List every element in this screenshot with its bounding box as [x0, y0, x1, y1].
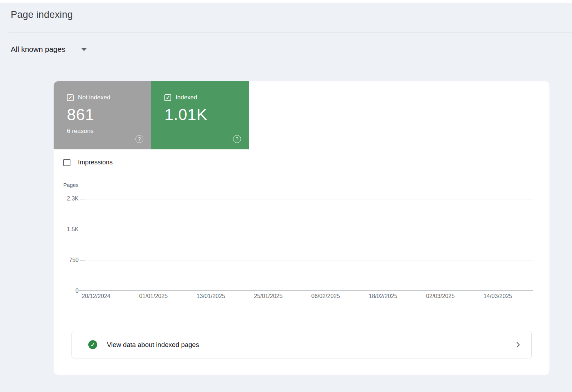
indexed-checkbox-icon[interactable]: ✓: [164, 94, 171, 101]
chart-x-labels: 20/12/202401/01/202513/01/202525/01/2025…: [94, 293, 524, 301]
top-strip: [0, 0, 572, 3]
indexing-chart: [86, 199, 533, 291]
x-axis-label: 13/01/2025: [197, 293, 225, 299]
x-axis-label: 20/12/2024: [82, 293, 110, 299]
chevron-down-icon: [81, 48, 87, 51]
indexed-tile[interactable]: ✓ Indexed 1.01K ?: [151, 81, 249, 149]
check-circle-icon: ✓: [88, 340, 97, 349]
header-divider: [9, 32, 572, 33]
not-indexed-reasons: 6 reasons: [67, 128, 151, 135]
impressions-label: Impressions: [78, 159, 113, 166]
x-axis-label: 02/03/2025: [426, 293, 455, 299]
not-indexed-tile[interactable]: ✓ Not indexed 861 6 reasons ?: [54, 81, 151, 149]
chevron-right-icon[interactable]: [514, 341, 522, 349]
not-indexed-tile-header: ✓ Not indexed: [67, 94, 151, 101]
scope-dropdown-label: All known pages: [11, 45, 65, 54]
x-axis-label: 14/03/2025: [483, 293, 512, 299]
indexed-tile-header: ✓ Indexed: [164, 94, 249, 101]
y-tick-label: 0: [43, 288, 79, 294]
page-indexing-screen: Page indexing All known pages ✓ Not inde…: [0, 0, 572, 392]
not-indexed-label: Not indexed: [78, 94, 110, 101]
impressions-checkbox[interactable]: [63, 159, 70, 166]
x-axis-label: 25/01/2025: [254, 293, 282, 299]
page-title: Page indexing: [11, 9, 73, 20]
indexed-count: 1.01K: [164, 105, 249, 124]
not-indexed-checkbox-icon[interactable]: ✓: [67, 94, 74, 101]
y-tick-label: 1.5K: [43, 226, 79, 233]
summary-tiles: ✓ Not indexed 861 6 reasons ? ✓ Indexed …: [54, 81, 249, 149]
x-axis-baseline: [79, 291, 533, 291]
view-indexed-pages-link[interactable]: ✓ View data about indexed pages: [72, 331, 532, 358]
not-indexed-count: 861: [67, 105, 151, 124]
x-axis-label: 18/02/2025: [369, 293, 397, 299]
y-tick-label: 2.3K: [43, 195, 79, 202]
chart-bars: [94, 199, 524, 291]
y-tick-label: 750: [43, 257, 79, 263]
help-icon[interactable]: ?: [233, 135, 241, 143]
help-icon[interactable]: ?: [135, 135, 143, 143]
x-axis-label: 01/01/2025: [139, 293, 168, 299]
indexed-label: Indexed: [176, 94, 197, 101]
impressions-toggle[interactable]: Impressions: [63, 159, 113, 166]
y-axis-title: Pages: [63, 182, 79, 188]
page-scope-dropdown[interactable]: All known pages: [11, 45, 87, 54]
x-axis-label: 06/02/2025: [311, 293, 340, 299]
view-indexed-pages-label: View data about indexed pages: [107, 341, 199, 349]
